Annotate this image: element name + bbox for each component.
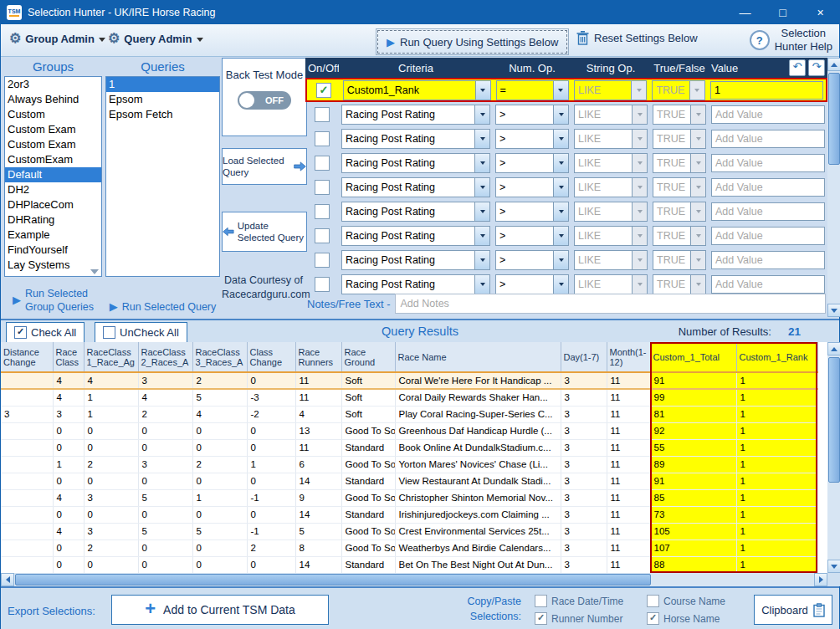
run-selected-query-button[interactable]: ▶ Run Selected Query [105, 300, 220, 314]
num-op-select[interactable]: > [495, 105, 569, 125]
results-vertical-scrollbar[interactable] [827, 342, 840, 573]
dropdown-button[interactable] [632, 202, 647, 221]
maximize-button[interactable]: □ [764, 1, 802, 24]
copy-option[interactable]: ✓Runner Number [535, 612, 647, 625]
copy-option[interactable]: Race Date/Time [535, 595, 647, 607]
num-op-select[interactable]: = [496, 80, 569, 100]
dropdown-button[interactable] [553, 202, 568, 221]
onoff-checkbox[interactable] [315, 107, 330, 122]
query-item[interactable]: Epsom [106, 92, 219, 107]
results-column-header[interactable]: Race Ground [341, 342, 395, 372]
dropdown-button[interactable] [474, 251, 489, 269]
notes-input[interactable] [395, 294, 826, 314]
num-op-select[interactable]: > [495, 177, 569, 197]
onoff-checkbox[interactable] [315, 131, 330, 146]
close-button[interactable]: × [802, 1, 839, 24]
results-row[interactable]: 0000014StandardView Restaurant At Dundal… [1, 473, 817, 489]
dropdown-button[interactable] [553, 227, 568, 245]
scroll-left-icon[interactable] [1, 573, 14, 586]
dropdown-button[interactable] [474, 130, 489, 148]
criteria-select[interactable]: Racing Post Rating [341, 226, 490, 246]
dropdown-button[interactable] [553, 154, 568, 172]
dropdown-button[interactable] [553, 105, 568, 124]
dropdown-button[interactable] [474, 178, 489, 197]
checked-box-icon[interactable]: ✓ [535, 612, 547, 625]
reset-settings-button[interactable]: Reset Settings Below [576, 31, 698, 45]
scroll-right-icon[interactable] [814, 573, 827, 586]
true-false-select[interactable]: TRUE [653, 153, 706, 173]
load-selected-query-button[interactable]: Load Selected Query [222, 148, 307, 185]
true-false-select[interactable]: TRUE [653, 177, 706, 197]
group-item[interactable]: Example [5, 228, 101, 243]
value-input[interactable] [710, 81, 823, 100]
results-row[interactable]: 4145-311SoftCoral Daily Rewards Shaker H… [1, 389, 817, 406]
string-op-select[interactable]: LIKE [574, 80, 647, 100]
group-item[interactable]: Always Behind [5, 92, 101, 107]
criteria-select[interactable]: Racing Post Rating [341, 274, 490, 294]
dropdown-button[interactable] [632, 105, 647, 124]
dropdown-button[interactable] [632, 178, 647, 197]
string-op-select[interactable]: LIKE [574, 177, 648, 197]
unchecked-box-icon[interactable] [535, 595, 547, 607]
dropdown-button[interactable] [474, 105, 489, 124]
results-column-header[interactable]: RaceClass 3_Races_A [192, 342, 247, 372]
value-input[interactable] [711, 178, 825, 197]
onoff-checkbox[interactable] [315, 180, 330, 195]
dropdown-button[interactable] [475, 81, 490, 100]
results-row[interactable]: 0000014StandardBet On The Best Night Out… [1, 556, 817, 573]
value-input[interactable] [711, 105, 825, 124]
true-false-select[interactable]: TRUE [653, 129, 706, 149]
true-false-select[interactable]: TRUE [653, 250, 706, 270]
dropdown-button[interactable] [690, 178, 705, 197]
scrollbar-thumb[interactable] [828, 73, 840, 165]
results-row[interactable]: 0000014StandardIrishinjuredjockeys.com C… [1, 506, 817, 523]
scrollbar-thumb[interactable] [828, 357, 840, 483]
onoff-checkbox[interactable] [315, 253, 330, 268]
value-input[interactable] [711, 275, 825, 294]
num-op-select[interactable]: > [495, 202, 569, 222]
string-op-select[interactable]: LIKE [574, 105, 648, 125]
results-column-header[interactable]: RaceClass 2_Races_A [138, 342, 192, 372]
dropdown-button[interactable] [690, 275, 705, 294]
string-op-select[interactable]: LIKE [574, 250, 648, 270]
results-column-header[interactable]: Custom_1_Total [650, 342, 736, 372]
value-input[interactable] [711, 130, 825, 148]
help-button[interactable]: ? SelectionHunter Help [750, 27, 832, 54]
scroll-up-icon[interactable] [827, 58, 840, 71]
dropdown-button[interactable] [474, 154, 489, 172]
results-column-header[interactable]: Race Class [53, 342, 84, 372]
true-false-select[interactable]: TRUE [653, 274, 706, 294]
scroll-down-icon[interactable] [90, 269, 99, 274]
true-false-select[interactable]: TRUE [652, 80, 705, 100]
dropdown-button[interactable] [689, 81, 704, 100]
group-item[interactable]: Lay Systems [5, 258, 101, 273]
criteria-select[interactable]: Racing Post Rating [341, 202, 490, 222]
group-item[interactable]: 2or3 [5, 77, 101, 92]
results-column-header[interactable]: Distance Change [1, 342, 53, 372]
dropdown-button[interactable] [690, 251, 705, 269]
criteria-select[interactable]: Racing Post Rating [341, 177, 490, 197]
checked-box-icon[interactable]: ✓ [647, 612, 659, 625]
dropdown-button[interactable] [632, 251, 647, 269]
group-item[interactable]: Custom [5, 107, 101, 122]
group-item[interactable]: DHRating [5, 212, 101, 228]
results-row[interactable]: 4432011SoftCoral We're Here For It Handi… [1, 372, 817, 389]
num-op-select[interactable]: > [495, 250, 569, 270]
string-op-select[interactable]: LIKE [574, 129, 648, 149]
results-column-header[interactable]: Month(1-12) [607, 342, 650, 372]
group-item[interactable]: DH2 [5, 182, 101, 197]
value-input[interactable] [711, 227, 825, 245]
results-row[interactable]: 0000011StandardBook Online At DundalkSta… [1, 439, 817, 456]
dropdown-button[interactable] [553, 251, 568, 269]
criteria-scrollbar[interactable] [827, 58, 840, 317]
dropdown-button[interactable] [553, 178, 568, 197]
criteria-select[interactable]: Custom1_Rank [343, 80, 491, 100]
results-row[interactable]: 4355-15Good To SoftCrest Environmental S… [1, 523, 817, 540]
dropdown-button[interactable] [690, 202, 705, 221]
results-row[interactable]: 020028Good To SoftWeatherbys And Birdie … [1, 540, 817, 556]
results-horizontal-scrollbar[interactable] [1, 573, 827, 586]
onoff-checkbox[interactable] [315, 228, 330, 243]
results-column-header[interactable]: RaceClass 1_Race_Ag [84, 342, 138, 372]
dropdown-button[interactable] [474, 202, 489, 221]
dropdown-button[interactable] [631, 81, 646, 100]
